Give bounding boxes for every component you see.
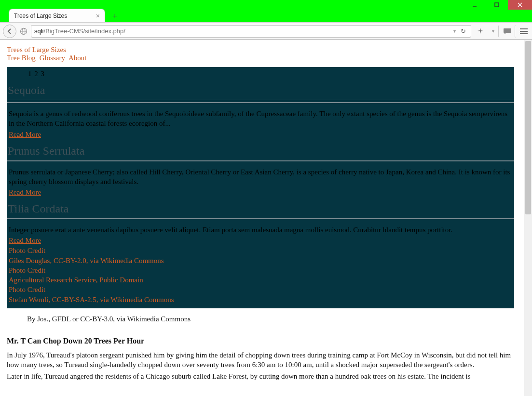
pager-3[interactable]: 3 xyxy=(41,70,45,78)
vertical-scrollbar[interactable] xyxy=(524,40,532,396)
close-window-button[interactable] xyxy=(508,0,532,10)
slide-title: Tilia Cordata xyxy=(7,198,514,218)
tab-title: Trees of Large Sizes xyxy=(14,13,67,19)
back-button[interactable] xyxy=(3,25,16,38)
photo-credit-label: Photo Credit xyxy=(8,265,513,275)
read-more-link[interactable]: Read More xyxy=(8,187,42,198)
photo-credit-link[interactable]: Agricultural Research Service, Public Do… xyxy=(9,276,143,284)
hamburger-icon xyxy=(520,28,528,34)
article-body: In July 1976, Tureaud's platoon sergeant… xyxy=(7,350,514,382)
read-more-link[interactable]: Read More xyxy=(8,236,42,246)
viewport: Trees of Large Sizes Tree Blog Glossary … xyxy=(0,40,532,396)
main-nav: Tree Blog Glossary About xyxy=(7,54,514,62)
slide-title: Sequoia xyxy=(7,80,514,100)
maximize-icon xyxy=(494,2,499,7)
article-title: Mr. T Can Chop Down 20 Trees Per Hour xyxy=(7,327,514,350)
photo-credit-link[interactable]: Stefan Wernli, CC-BY-SA-2.5, via Wikimed… xyxy=(9,296,174,304)
nav-glossary[interactable]: Glossary xyxy=(40,54,65,62)
window-controls xyxy=(464,0,532,10)
slide-desc: Sequoia is a genus of redwood coniferous… xyxy=(8,107,513,130)
url-input[interactable]: sqli/BigTree-CMS/site/index.php/ ▾ ↻ xyxy=(31,25,471,38)
read-more-link[interactable]: Read More xyxy=(8,130,42,140)
url-dropdown-icon[interactable]: ▾ xyxy=(453,28,456,34)
addon-dropdown[interactable]: ▾ xyxy=(490,25,496,38)
url-text: sqli/BigTree-CMS/site/index.php/ xyxy=(34,27,125,35)
image-caption: By Jos., GFDL or CC-BY-3.0, via Wikimedi… xyxy=(7,308,514,327)
reload-button[interactable]: ↻ xyxy=(459,27,468,35)
chat-button[interactable] xyxy=(498,25,513,38)
maximize-button[interactable] xyxy=(486,0,508,10)
chevron-down-icon: ▾ xyxy=(492,28,494,34)
photo-credit-link[interactable]: Giles Douglas, CC-BY-2.0, via Wikimedia … xyxy=(9,257,164,264)
minimize-icon xyxy=(472,2,477,7)
scroll-thumb[interactable] xyxy=(525,41,531,214)
chat-icon xyxy=(503,27,512,35)
tab-close-icon[interactable]: × xyxy=(96,13,100,19)
photo-credit-label: Photo Credit xyxy=(8,285,513,294)
site-identity-icon[interactable] xyxy=(18,26,29,37)
browser-tab[interactable]: Trees of Large Sizes × xyxy=(9,9,105,22)
browser-tab-strip: Trees of Large Sizes × + xyxy=(0,0,532,22)
pager-1[interactable]: 1 xyxy=(28,70,32,78)
addon-button[interactable] xyxy=(473,25,488,38)
close-icon xyxy=(518,2,522,7)
address-bar: sqli/BigTree-CMS/site/index.php/ ▾ ↻ ▾ xyxy=(0,22,532,40)
nav-tree-blog[interactable]: Tree Blog xyxy=(7,54,36,62)
slide-desc: Integer posuere erat a ante venenatis da… xyxy=(8,223,513,236)
sparkle-icon xyxy=(477,27,484,35)
new-tab-button[interactable]: + xyxy=(109,11,121,22)
site-title-link[interactable]: Trees of Large Sizes xyxy=(7,46,66,53)
feature-slider: 1 2 3 Sequoia Sequoia is a genus of redw… xyxy=(7,67,514,308)
svg-rect-1 xyxy=(495,3,499,7)
slide-desc: Prunus serrulata or Japanese Cherry; als… xyxy=(8,165,513,188)
globe-icon xyxy=(20,27,27,35)
nav-about[interactable]: About xyxy=(68,54,87,62)
minimize-button[interactable] xyxy=(464,0,486,10)
slide-title: Prunus Serrulata xyxy=(7,141,514,160)
article-paragraph: In July 1976, Tureaud's platoon sergeant… xyxy=(7,350,514,370)
menu-button[interactable] xyxy=(515,25,529,38)
back-arrow-icon xyxy=(6,28,13,35)
tab-bar: Trees of Large Sizes × + xyxy=(9,9,121,22)
slider-pager: 1 2 3 xyxy=(7,68,514,80)
pager-2[interactable]: 2 xyxy=(34,70,38,78)
page-content: Trees of Large Sizes Tree Blog Glossary … xyxy=(0,40,524,396)
photo-credit-label: Photo Credit xyxy=(8,246,513,255)
url-right-controls: ▾ ↻ xyxy=(453,27,468,35)
article-paragraph: Later in life, Tureaud angered the resid… xyxy=(7,371,514,381)
